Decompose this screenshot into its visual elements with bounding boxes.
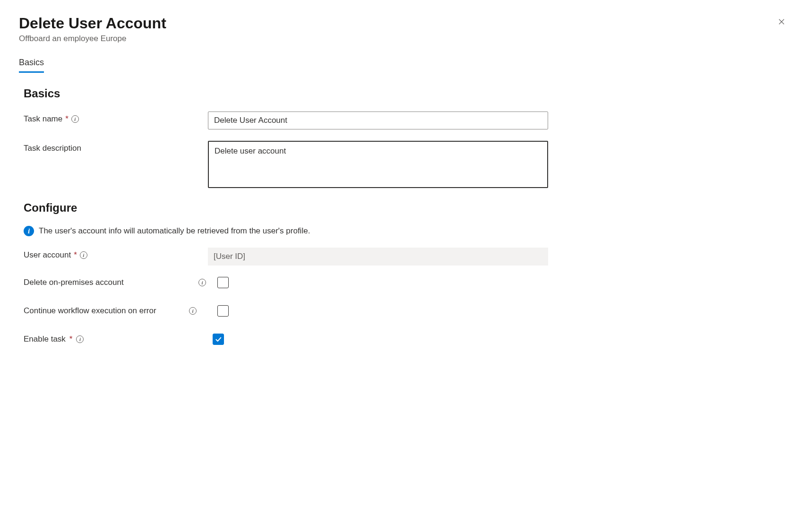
task-description-row: Task description [24,141,789,190]
task-name-input-col [208,112,548,129]
info-banner-text: The user's account info will automatical… [39,226,310,236]
required-asterisk: * [74,250,77,260]
page-title: Delete User Account [19,14,166,32]
task-description-label-col: Task description [24,141,208,153]
tabs: Basics [19,58,789,73]
task-description-input[interactable] [208,141,548,188]
delete-onprem-info-wrap: i [198,279,217,286]
continue-on-error-info-wrap: i [189,307,217,315]
header-text: Delete User Account Offboard an employee… [19,14,166,43]
user-account-row: User account * i [User ID] [24,248,789,266]
info-icon[interactable]: i [76,335,84,343]
task-name-input[interactable] [208,112,548,129]
user-account-input-col: [User ID] [208,248,548,266]
required-asterisk: * [69,335,73,344]
delete-onprem-label: Delete on-premises account [24,278,124,287]
user-account-readonly: [User ID] [208,248,548,266]
info-icon[interactable]: i [189,307,197,315]
info-banner-icon: i [24,226,34,236]
page-subtitle: Offboard an employee Europe [19,34,166,43]
enable-task-label-col: Enable task * i [24,335,213,344]
task-name-row: Task name * i [24,112,789,129]
task-name-label: Task name [24,114,62,124]
required-asterisk: * [65,114,69,124]
continue-on-error-checkbox[interactable] [217,305,229,317]
configure-section-heading: Configure [24,201,789,215]
delete-onprem-label-col: Delete on-premises account [24,278,198,287]
close-button[interactable] [774,14,789,29]
delete-onprem-row: Delete on-premises account i [24,277,789,288]
basics-section-heading: Basics [24,87,789,100]
enable-task-label: Enable task [24,335,66,344]
delete-onprem-checkbox[interactable] [217,277,229,288]
task-description-label: Task description [24,144,81,153]
task-description-input-col [208,141,548,190]
continue-on-error-row: Continue workflow execution on error i [24,305,789,317]
info-icon[interactable]: i [198,279,206,286]
user-account-label: User account [24,250,71,260]
enable-task-row: Enable task * i [24,334,789,345]
continue-on-error-label: Continue workflow execution on error [24,306,156,316]
task-name-label-col: Task name * i [24,112,208,124]
enable-task-checkbox[interactable] [213,334,224,345]
continue-on-error-label-col: Continue workflow execution on error [24,306,189,316]
info-icon[interactable]: i [80,251,87,259]
info-icon[interactable]: i [71,115,79,123]
close-icon [777,17,786,26]
page-header: Delete User Account Offboard an employee… [19,14,789,43]
user-account-label-col: User account * i [24,248,208,260]
checkmark-icon [215,335,222,343]
info-banner: i The user's account info will automatic… [24,226,789,236]
tab-basics[interactable]: Basics [19,58,44,73]
